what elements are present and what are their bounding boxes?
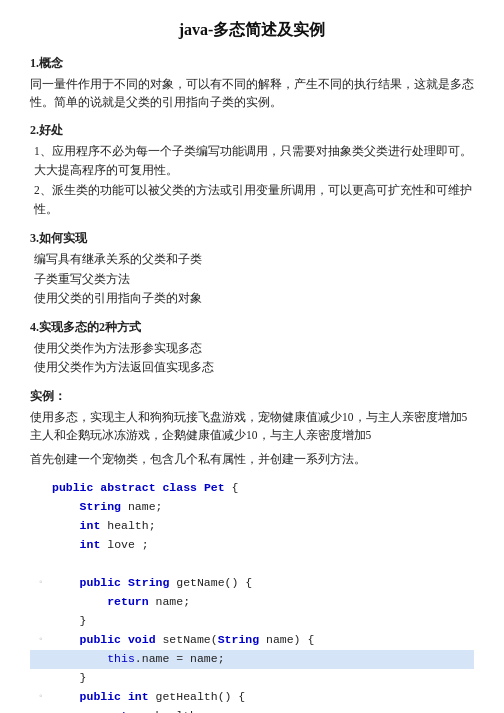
section-2-item-0: 1、应用程序不必为每一个子类编写功能调用，只需要对抽象类父类进行处理即可。大大提…: [34, 142, 474, 181]
page-title: java-多态简述及实例: [30, 20, 474, 41]
section-3-item-2: 使用父类的引用指向子类的对象: [34, 289, 474, 309]
code-line-13: return health;: [30, 707, 474, 714]
code-line-8: }: [30, 612, 474, 631]
code-line-5: [30, 555, 474, 574]
code-line-3: int health;: [30, 517, 474, 536]
line-num-10: [30, 650, 44, 651]
code-text-5: [52, 555, 59, 574]
code-line-4: int love ;: [30, 536, 474, 555]
code-text-9: public void setName(String name) {: [52, 631, 314, 650]
line-num-7: [30, 593, 44, 594]
line-num-5: [30, 555, 44, 556]
section-3: 3.如何实现 编写具有继承关系的父类和子类 子类重写父类方法 使用父类的引用指向…: [30, 230, 474, 309]
section-heading-4: 4.实现多态的2种方式: [30, 319, 474, 336]
code-text-7: return name;: [52, 593, 190, 612]
section-3-item-1: 子类重写父类方法: [34, 270, 474, 290]
section-heading-1: 1.概念: [30, 55, 474, 72]
code-line-11: }: [30, 669, 474, 688]
section-example: 实例： 使用多态，实现主人和狗狗玩接飞盘游戏，宠物健康值减少10，与主人亲密度增…: [30, 388, 474, 445]
code-block: public abstract class Pet { String name;…: [30, 477, 474, 713]
code-line-6: ◦ public String getName() {: [30, 574, 474, 593]
code-line-10: this.name = name;: [30, 650, 474, 669]
line-num-4: [30, 536, 44, 537]
line-num-8: [30, 612, 44, 613]
code-text-13: return health;: [52, 707, 204, 714]
code-text-3: int health;: [52, 517, 156, 536]
section-heading-3: 3.如何实现: [30, 230, 474, 247]
line-num-12: ◦: [30, 688, 44, 706]
code-text-10: this.name = name;: [52, 650, 225, 669]
code-text-6: public String getName() {: [52, 574, 252, 593]
line-num-13: [30, 707, 44, 708]
section-2: 2.好处 1、应用程序不必为每一个子类编写功能调用，只需要对抽象类父类进行处理即…: [30, 122, 474, 220]
section-heading-example: 实例：: [30, 388, 474, 405]
section-heading-2: 2.好处: [30, 122, 474, 139]
code-text-2: String name;: [52, 498, 162, 517]
section-2-item-1: 2、派生类的功能可以被父类的方法或引用变量所调用，可以更高可扩充性和可维护性。: [34, 181, 474, 220]
section-example-para: 使用多态，实现主人和狗狗玩接飞盘游戏，宠物健康值减少10，与主人亲密度增加5 主…: [30, 408, 474, 445]
line-num-2: [30, 498, 44, 499]
code-text-11: }: [52, 669, 87, 688]
code-line-12: ◦ public int getHealth() {: [30, 688, 474, 707]
section-3-item-0: 编写具有继承关系的父类和子类: [34, 250, 474, 270]
section-1-para-0: 同一量件作用于不同的对象，可以有不同的解释，产生不同的执行结果，这就是多态性。简…: [30, 75, 474, 112]
code-line-7: return name;: [30, 593, 474, 612]
code-line-2: String name;: [30, 498, 474, 517]
code-text-1: public abstract class Pet {: [52, 479, 238, 498]
section-1: 1.概念 同一量件作用于不同的对象，可以有不同的解释，产生不同的执行结果，这就是…: [30, 55, 474, 112]
code-line-1: public abstract class Pet {: [30, 479, 474, 498]
code-text-8: }: [52, 612, 87, 631]
line-num-11: [30, 669, 44, 670]
line-num-9: ◦: [30, 631, 44, 649]
line-num-1: [30, 479, 44, 480]
code-text-12: public int getHealth() {: [52, 688, 245, 707]
line-num-3: [30, 517, 44, 518]
section-4-item-1: 使用父类作为方法返回值实现多态: [34, 358, 474, 378]
code-text-4: int love ;: [52, 536, 149, 555]
code-intro: 首先创建一个宠物类，包含几个私有属性，并创建一系列方法。: [30, 450, 474, 468]
code-line-9: ◦ public void setName(String name) {: [30, 631, 474, 650]
line-num-6: ◦: [30, 574, 44, 592]
section-4: 4.实现多态的2种方式 使用父类作为方法形参实现多态 使用父类作为方法返回值实现…: [30, 319, 474, 378]
section-4-item-0: 使用父类作为方法形参实现多态: [34, 339, 474, 359]
